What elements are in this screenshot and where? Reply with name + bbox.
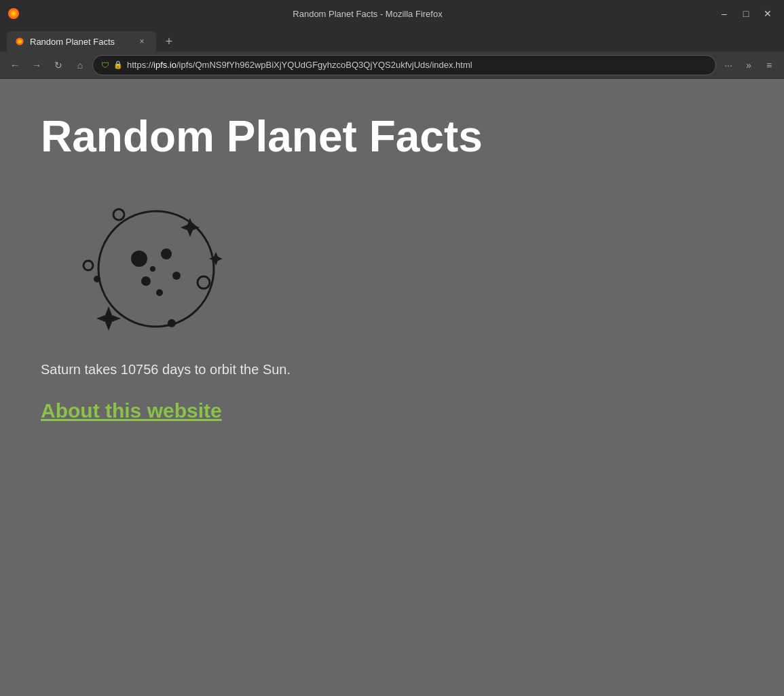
shield-icon: 🛡 bbox=[101, 60, 109, 70]
dot-bottom-icon bbox=[168, 319, 176, 327]
title-bar-left bbox=[7, 7, 20, 20]
new-tab-button[interactable]: + bbox=[159, 31, 179, 52]
small-circle-icon bbox=[113, 209, 124, 220]
small-circle-bottom-right-icon bbox=[198, 276, 210, 289]
close-button[interactable]: ✕ bbox=[758, 4, 777, 23]
planet-fact: Saturn takes 10756 days to orbit the Sun… bbox=[41, 360, 462, 379]
forward-button[interactable]: → bbox=[27, 56, 46, 75]
url-domain: ipfs.io bbox=[153, 60, 176, 70]
dot-left-icon bbox=[94, 276, 100, 282]
extensions-button[interactable]: » bbox=[739, 56, 758, 75]
crater-6-icon bbox=[150, 266, 155, 272]
home-button[interactable]: ⌂ bbox=[71, 56, 90, 75]
address-bar[interactable]: 🛡 🔒 https://ipfs.io/ipfs/QmNS9fYh962wpBi… bbox=[92, 55, 716, 75]
back-button[interactable]: ← bbox=[5, 56, 24, 75]
maximize-button[interactable]: □ bbox=[736, 4, 755, 23]
sparkle-bottom-left-icon bbox=[96, 306, 121, 331]
title-bar: Random Planet Facts - Mozilla Firefox – … bbox=[0, 0, 784, 27]
url-path: /ipfs/QmNS9fYh962wpBiXjYQUdGFgyhzcoBQ3Qj… bbox=[176, 60, 472, 70]
url-prefix: https:// bbox=[127, 60, 153, 70]
planet-illustration bbox=[41, 181, 231, 344]
lock-icon: 🔒 bbox=[113, 60, 123, 69]
tab-label: Random Planet Facts bbox=[30, 37, 115, 47]
crater-3-icon bbox=[141, 276, 151, 286]
navigation-bar: ← → ↻ ⌂ 🛡 🔒 https://ipfs.io/ipfs/QmNS9fY… bbox=[0, 52, 784, 79]
crater-2-icon bbox=[161, 249, 172, 259]
about-link[interactable]: About this website bbox=[41, 399, 222, 422]
crater-4-icon bbox=[156, 289, 163, 296]
menu-button[interactable]: ≡ bbox=[760, 56, 779, 75]
reload-button[interactable]: ↻ bbox=[49, 56, 68, 75]
nav-right-controls: ··· » ≡ bbox=[719, 56, 779, 75]
tab-favicon-icon bbox=[15, 37, 24, 46]
tab-close-button[interactable]: × bbox=[136, 35, 148, 48]
page-content: Random Planet Facts Saturn bbox=[0, 79, 784, 696]
svg-point-4 bbox=[18, 39, 22, 43]
firefox-logo-icon bbox=[7, 7, 20, 20]
minimize-button[interactable]: – bbox=[715, 4, 734, 23]
planet-circle-icon bbox=[98, 211, 214, 327]
window-title: Random Planet Facts - Mozilla Firefox bbox=[20, 9, 715, 19]
active-tab[interactable]: Random Planet Facts × bbox=[7, 31, 156, 52]
url-display: https://ipfs.io/ipfs/QmNS9fYh962wpBiXjYQ… bbox=[127, 60, 707, 70]
browser-chrome: Random Planet Facts - Mozilla Firefox – … bbox=[0, 0, 784, 79]
tab-bar: Random Planet Facts × + bbox=[0, 27, 784, 52]
crater-1-icon bbox=[131, 251, 147, 267]
small-circle-left-icon bbox=[83, 261, 93, 270]
svg-point-2 bbox=[12, 12, 16, 16]
page-title: Random Planet Facts bbox=[41, 113, 743, 160]
window-controls: – □ ✕ bbox=[715, 4, 777, 23]
more-button[interactable]: ··· bbox=[719, 56, 738, 75]
crater-5-icon bbox=[172, 272, 181, 280]
